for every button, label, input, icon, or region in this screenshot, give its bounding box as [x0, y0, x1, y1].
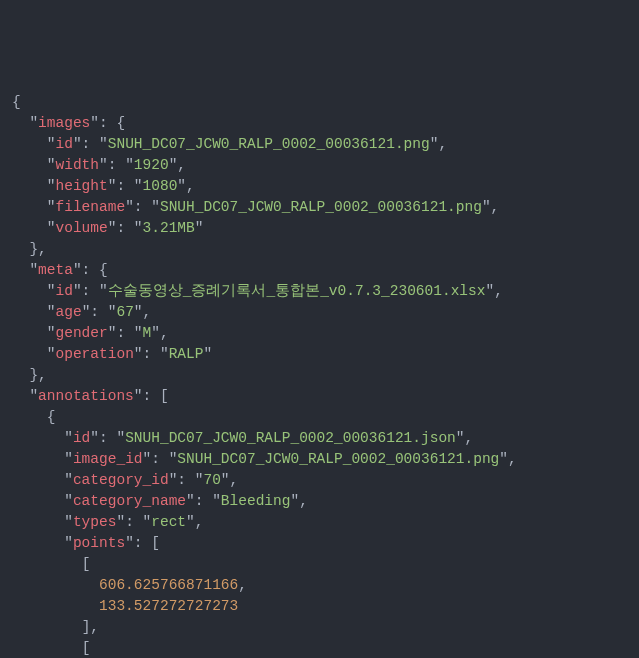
key-operation: operation	[56, 346, 134, 362]
key-filename: filename	[56, 199, 126, 215]
key-points: points	[73, 535, 125, 551]
key-images: images	[38, 115, 90, 131]
key-height: height	[56, 178, 108, 194]
val-meta-operation: RALP	[169, 346, 204, 362]
key-ann-id: id	[73, 430, 90, 446]
val-ann-category-id: 70	[203, 472, 220, 488]
val-images-filename: SNUH_DC07_JCW0_RALP_0002_00036121.png	[160, 199, 482, 215]
key-gender: gender	[56, 325, 108, 341]
val-meta-age: 67	[116, 304, 133, 320]
key-image-id: image_id	[73, 451, 143, 467]
val-ann-id: SNUH_DC07_JCW0_RALP_0002_00036121.json	[125, 430, 456, 446]
val-ann-types: rect	[151, 514, 186, 530]
val-images-id: SNUH_DC07_JCW0_RALP_0002_00036121.png	[108, 136, 430, 152]
key-meta: meta	[38, 262, 73, 278]
val-meta-id: 수술동영상_증례기록서_통합본_v0.7.3_230601.xlsx	[108, 283, 486, 299]
val-ann-category-name: Bleeding	[221, 493, 291, 509]
json-code-block[interactable]: { "images": { "id": "SNUH_DC07_JCW0_RALP…	[12, 92, 627, 658]
key-id: id	[56, 136, 73, 152]
key-age: age	[56, 304, 82, 320]
val-point-0-0: 606.625766871166	[99, 577, 238, 593]
key-types: types	[73, 514, 117, 530]
val-images-height: 1080	[143, 178, 178, 194]
val-meta-gender: M	[143, 325, 152, 341]
key-category-name: category_name	[73, 493, 186, 509]
val-point-0-1: 133.527272727273	[99, 598, 238, 614]
key-category-id: category_id	[73, 472, 169, 488]
val-images-width: 1920	[134, 157, 169, 173]
val-ann-image-id: SNUH_DC07_JCW0_RALP_0002_00036121.png	[177, 451, 499, 467]
key-width: width	[56, 157, 100, 173]
key-meta-id: id	[56, 283, 73, 299]
val-images-volume: 3.21MB	[143, 220, 195, 236]
key-annotations: annotations	[38, 388, 134, 404]
key-volume: volume	[56, 220, 108, 236]
